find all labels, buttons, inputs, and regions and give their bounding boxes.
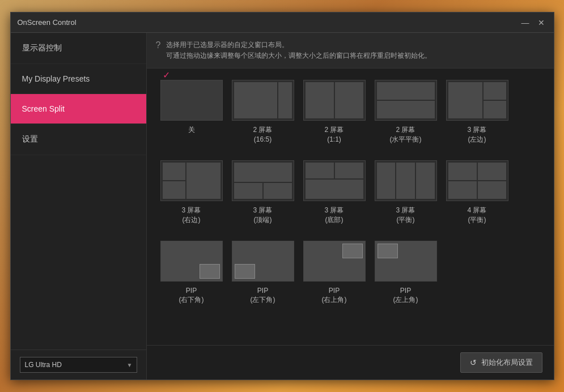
content-area: 显示器控制 My Display Presets Screen Split 设置…	[11, 33, 554, 380]
preset-pip-tl-label1: PIP	[400, 286, 411, 296]
window-title: OnScreen Control	[18, 18, 77, 27]
preset-pip-bl-box	[232, 241, 294, 282]
preset-2-16-5[interactable]: 2 屏幕 (16:5)	[232, 80, 294, 144]
row-2	[448, 181, 506, 199]
preset-2-hz-label1: 2 屏幕	[396, 125, 415, 135]
preset-3-top-label2: (顶端)	[254, 215, 272, 225]
title-bar: OnScreen Control — ✕	[11, 12, 554, 33]
preset-pip-tl[interactable]: PIP (左上角)	[375, 241, 437, 305]
panel-1	[234, 183, 262, 199]
monitor-select[interactable]: LG Ultra HD	[20, 357, 137, 373]
panel-1	[484, 82, 506, 100]
panel-1	[234, 82, 277, 118]
col-1	[448, 82, 482, 118]
grid-area: ✓ 关 2 屏幕 (16:5)	[147, 69, 554, 345]
preset-row-1: ✓ 关 2 屏幕 (16:5)	[160, 80, 540, 144]
panel-1	[163, 163, 185, 180]
bottom-bar: ↺ 初始化布局设置	[147, 345, 554, 380]
reset-icon: ↺	[470, 358, 477, 367]
panel-2	[335, 82, 363, 118]
minimize-button[interactable]: —	[520, 17, 531, 28]
panel-2	[478, 163, 506, 180]
sidebar: 显示器控制 My Display Presets Screen Split 设置…	[11, 33, 147, 380]
preset-2-1-1-label2: (1:1)	[327, 135, 341, 144]
preset-3-left-label1: 3 屏幕	[467, 125, 486, 135]
panel-4	[478, 181, 506, 199]
panel-1	[377, 163, 396, 199]
preset-off[interactable]: ✓ 关	[160, 80, 223, 135]
preset-4-balance[interactable]: 4 屏幕 (平衡)	[446, 160, 508, 225]
panel-1	[306, 163, 334, 178]
panel-1	[377, 82, 435, 100]
preset-off-box	[160, 80, 223, 121]
preset-3-top-box	[232, 160, 294, 201]
panel-2	[278, 82, 292, 118]
preset-2-hz-box	[375, 80, 437, 121]
preset-2-16-5-label2: (16:5)	[254, 135, 272, 144]
main-window: OnScreen Control — ✕ 显示器控制 My Display Pr…	[10, 12, 554, 380]
preset-3-bottom-box	[303, 160, 366, 201]
panel-1	[448, 163, 477, 180]
pip-overlay	[235, 264, 255, 279]
row-2	[306, 180, 363, 199]
row-1	[448, 163, 506, 180]
panel-2	[484, 101, 506, 118]
preset-3-bottom[interactable]: 3 屏幕 (底部)	[303, 160, 366, 225]
preset-3-right[interactable]: 3 屏幕 (右边)	[160, 160, 223, 225]
preset-4-balance-box	[446, 160, 508, 201]
preset-row-3: PIP (右下角) PIP (左下角)	[160, 241, 540, 305]
preset-3-top[interactable]: 3 屏幕 (顶端)	[232, 160, 294, 225]
preset-3-balance[interactable]: 3 屏幕 (平衡)	[375, 160, 437, 225]
preset-pip-br-label1: PIP	[186, 286, 197, 296]
preset-pip-tr-label2: (右上角)	[322, 295, 347, 305]
preset-2-16-5-box	[232, 80, 294, 121]
sidebar-item-settings[interactable]: 设置	[11, 124, 146, 155]
preset-2-hz[interactable]: 2 屏幕 (水平平衡)	[375, 80, 437, 144]
preset-pip-tr-box	[303, 241, 366, 282]
preset-3-balance-box	[375, 160, 437, 201]
info-icon: ?	[156, 40, 161, 50]
monitor-select-area: LG Ultra HD	[11, 350, 146, 380]
preset-3-left-box	[446, 80, 508, 121]
preset-pip-bl-label1: PIP	[257, 286, 268, 296]
preset-pip-br[interactable]: PIP (右下角)	[160, 241, 223, 305]
preset-4-balance-label2: (平衡)	[468, 215, 486, 225]
panel-1	[306, 82, 334, 118]
sidebar-item-display-control[interactable]: 显示器控制	[11, 33, 146, 64]
preset-3-right-label1: 3 屏幕	[181, 206, 201, 215]
panel-2	[264, 183, 292, 199]
preset-3-balance-label2: (平衡)	[397, 215, 415, 225]
row-2	[234, 183, 292, 199]
preset-pip-br-box	[160, 241, 223, 282]
panel-3	[448, 181, 477, 199]
preset-pip-br-label2: (右下角)	[179, 295, 204, 305]
preset-pip-tl-box	[375, 241, 437, 282]
panel-2	[396, 163, 415, 199]
preset-off-label: 关	[188, 125, 195, 135]
sidebar-item-screen-split[interactable]: Screen Split	[11, 94, 146, 124]
row-1	[234, 163, 292, 182]
preset-2-1-1[interactable]: 2 屏幕 (1:1)	[303, 80, 366, 144]
info-bar: ? 选择用于已选显示器的自定义窗口布局。 可通过拖动边缘来调整每个区域的大小，调…	[147, 33, 554, 69]
reset-layout-button[interactable]: ↺ 初始化布局设置	[460, 352, 542, 373]
preset-3-right-label2: (右边)	[183, 215, 201, 225]
col-2	[186, 163, 220, 199]
title-controls: — ✕	[520, 17, 547, 28]
preset-2-1-1-box	[303, 80, 366, 121]
preset-3-left[interactable]: 3 屏幕 (左边)	[446, 80, 508, 144]
main-area: ? 选择用于已选显示器的自定义窗口布局。 可通过拖动边缘来调整每个区域的大小，调…	[147, 33, 554, 380]
preset-3-balance-label1: 3 屏幕	[396, 206, 415, 215]
preset-4-balance-label1: 4 屏幕	[467, 206, 486, 215]
preset-2-hz-label2: (水平平衡)	[390, 135, 422, 144]
close-button[interactable]: ✕	[536, 17, 547, 28]
preset-3-right-box	[160, 160, 223, 201]
col-1	[161, 161, 186, 201]
pip-overlay	[378, 244, 398, 258]
panel-2	[377, 101, 435, 118]
preset-pip-tl-label2: (左上角)	[393, 295, 418, 305]
preset-2-1-1-label1: 2 屏幕	[324, 125, 344, 135]
preset-pip-tr[interactable]: PIP (右上角)	[303, 241, 366, 305]
panel-3	[416, 163, 435, 199]
preset-pip-bl[interactable]: PIP (左下角)	[232, 241, 294, 305]
sidebar-item-my-presets[interactable]: My Display Presets	[11, 64, 146, 94]
